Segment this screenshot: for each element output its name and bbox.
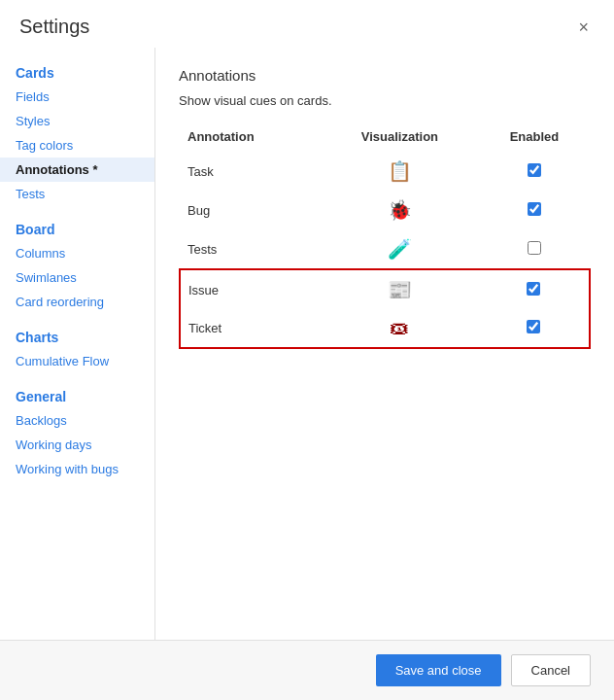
checkbox-tests[interactable] bbox=[528, 241, 541, 255]
dialog-body: Cards Fields Styles Tag colors Annotatio… bbox=[0, 48, 614, 640]
table-row: Bug 🐞 bbox=[180, 191, 590, 229]
dialog-footer: Save and close Cancel bbox=[0, 640, 614, 700]
dialog-title: Settings bbox=[19, 16, 89, 38]
annotation-icon-task: 📋 bbox=[321, 152, 479, 191]
annotation-enabled-tests[interactable] bbox=[479, 229, 590, 269]
sidebar-item-columns[interactable]: Columns bbox=[0, 241, 154, 265]
close-button[interactable]: × bbox=[572, 17, 595, 38]
sidebar-item-tests[interactable]: Tests bbox=[0, 182, 154, 206]
table-row: Ticket 🎟 bbox=[180, 309, 590, 348]
sidebar-section-cards: Cards bbox=[0, 57, 154, 85]
annotation-name-issue: Issue bbox=[180, 269, 321, 309]
annotation-name-bug: Bug bbox=[180, 191, 321, 229]
checkbox-ticket[interactable] bbox=[527, 320, 540, 333]
sidebar-section-general: General bbox=[0, 381, 154, 408]
annotation-name-ticket: Ticket bbox=[180, 309, 321, 348]
col-header-enabled: Enabled bbox=[479, 123, 590, 152]
sidebar: Cards Fields Styles Tag colors Annotatio… bbox=[0, 48, 155, 640]
cancel-button[interactable]: Cancel bbox=[511, 654, 591, 686]
annotation-enabled-issue[interactable] bbox=[479, 269, 590, 309]
checkbox-bug[interactable] bbox=[528, 202, 541, 216]
annotation-enabled-bug[interactable] bbox=[479, 191, 590, 229]
sidebar-item-tag-colors[interactable]: Tag colors bbox=[0, 133, 154, 158]
annotation-name-tests: Tests bbox=[180, 229, 321, 269]
checkbox-issue[interactable] bbox=[527, 282, 540, 296]
sidebar-item-swimlanes[interactable]: Swimlanes bbox=[0, 265, 154, 290]
annotation-icon-tests: 🧪 bbox=[321, 229, 479, 269]
settings-dialog: Settings × Cards Fields Styles Tag color… bbox=[0, 0, 614, 700]
annotation-enabled-task[interactable] bbox=[479, 152, 590, 191]
sidebar-item-fields[interactable]: Fields bbox=[0, 85, 154, 109]
col-header-annotation: Annotation bbox=[180, 123, 321, 152]
main-content: Annotations Show visual cues on cards. A… bbox=[155, 48, 614, 640]
annotations-table: Annotation Visualization Enabled Task 📋 bbox=[179, 123, 591, 349]
sidebar-item-card-reordering[interactable]: Card reordering bbox=[0, 290, 154, 314]
checkbox-task[interactable] bbox=[528, 163, 541, 177]
annotation-icon-issue: 📰 bbox=[321, 269, 479, 309]
col-header-visualization: Visualization bbox=[321, 123, 479, 152]
table-row: Issue 📰 bbox=[180, 269, 590, 309]
section-description: Show visual cues on cards. bbox=[179, 93, 591, 108]
table-row: Tests 🧪 bbox=[180, 229, 590, 269]
sidebar-item-backlogs[interactable]: Backlogs bbox=[0, 408, 154, 433]
table-row: Task 📋 bbox=[180, 152, 590, 191]
sidebar-item-annotations[interactable]: Annotations * bbox=[0, 158, 154, 182]
annotation-icon-ticket: 🎟 bbox=[321, 309, 479, 348]
annotation-icon-bug: 🐞 bbox=[321, 191, 479, 229]
sidebar-item-cumulative-flow[interactable]: Cumulative Flow bbox=[0, 349, 154, 373]
dialog-header: Settings × bbox=[0, 0, 614, 48]
sidebar-section-board: Board bbox=[0, 214, 154, 241]
sidebar-item-working-days[interactable]: Working days bbox=[0, 433, 154, 457]
annotation-enabled-ticket[interactable] bbox=[479, 309, 590, 348]
save-and-close-button[interactable]: Save and close bbox=[376, 654, 501, 686]
annotation-name-task: Task bbox=[180, 152, 321, 191]
sidebar-item-working-with-bugs[interactable]: Working with bugs bbox=[0, 457, 154, 481]
sidebar-item-styles[interactable]: Styles bbox=[0, 109, 154, 133]
section-title: Annotations bbox=[179, 67, 591, 84]
sidebar-section-charts: Charts bbox=[0, 322, 154, 349]
